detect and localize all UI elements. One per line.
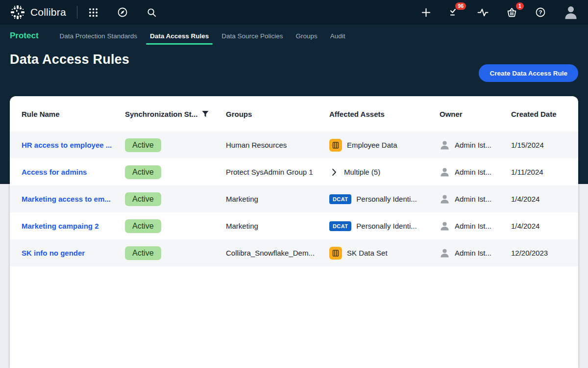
tasks-badge: 96: [455, 2, 466, 10]
groups-cell: Collibra_Snowflake_Dem...: [226, 249, 329, 257]
owner-avatar-icon: [440, 167, 450, 177]
topbar-divider: [77, 6, 77, 19]
owner-name: Admin Ist...: [455, 222, 491, 230]
table-row: SK info no gender Active Collibra_Snowfl…: [10, 239, 578, 266]
tasks-icon[interactable]: 96: [449, 7, 460, 18]
help-icon[interactable]: ?: [535, 7, 546, 18]
owner-cell: Admin Ist...: [440, 167, 511, 177]
affected-assets-cell: DCAT Personally Identi...: [329, 194, 440, 204]
owner-avatar-icon: [440, 194, 450, 204]
col-header-groups: Groups: [226, 110, 329, 118]
affected-assets-cell: Employee Data: [329, 139, 440, 152]
svg-text:?: ?: [539, 9, 542, 15]
owner-cell: Admin Ist...: [440, 140, 511, 150]
tab-data-access-rules[interactable]: Data Access Rules: [144, 25, 215, 47]
owner-name: Admin Ist...: [455, 141, 491, 149]
activity-icon[interactable]: [477, 7, 489, 18]
chevron-right-icon[interactable]: [329, 167, 339, 177]
status-badge: Active: [125, 246, 161, 260]
home-logo[interactable]: Collibra: [10, 4, 66, 20]
owner-name: Admin Ist...: [455, 168, 491, 176]
owner-name: Admin Ist...: [455, 195, 491, 203]
col-header-rule-name: Rule Name: [22, 110, 125, 118]
created-date: 1/11/2024: [511, 168, 578, 176]
section-label: Protect: [10, 31, 39, 41]
affected-assets-cell: SK Data Set: [329, 247, 440, 260]
brand-name: Collibra: [30, 6, 66, 18]
created-date: 12/20/2023: [511, 249, 578, 257]
table-row: Marketing campaing 2 Active Marketing DC…: [10, 212, 578, 239]
dcat-badge: DCAT: [329, 194, 351, 204]
rule-name-link[interactable]: Access for admins: [22, 168, 87, 176]
asset-label: Personally Identi...: [356, 222, 416, 230]
owner-cell: Admin Ist...: [440, 194, 511, 204]
rule-name-link[interactable]: HR access to employee ...: [22, 141, 112, 149]
created-date: 1/15/2024: [511, 141, 578, 149]
owner-name: Admin Ist...: [455, 249, 491, 257]
tabs: Data Protection Standards Data Access Ru…: [53, 25, 352, 47]
compass-icon[interactable]: [117, 7, 128, 18]
groups-cell: Marketing: [226, 222, 329, 230]
collibra-logo-icon: [10, 4, 25, 20]
add-icon[interactable]: [421, 7, 431, 18]
owner-cell: Admin Ist...: [440, 221, 511, 231]
status-badge: Active: [125, 138, 161, 152]
col-header-owner: Owner: [440, 110, 511, 118]
owner-cell: Admin Ist...: [440, 248, 511, 258]
asset-label: Multiple (5): [344, 168, 380, 176]
tab-data-source-policies[interactable]: Data Source Policies: [215, 25, 289, 47]
dcat-badge: DCAT: [329, 221, 351, 231]
create-data-access-rule-button[interactable]: Create Data Access Rule: [479, 64, 578, 82]
affected-assets-cell: DCAT Personally Identi...: [329, 221, 440, 231]
topbar: Collibra: [0, 0, 588, 25]
table-row: Access for admins Active Protect SysAdmi…: [10, 158, 578, 185]
owner-avatar-icon: [440, 221, 450, 231]
col-header-affected-assets: Affected Assets: [329, 110, 440, 118]
groups-cell: Human Resources: [226, 141, 329, 149]
tab-audit[interactable]: Audit: [324, 25, 352, 47]
user-avatar[interactable]: [564, 5, 578, 20]
asset-label: Employee Data: [347, 141, 397, 149]
basket-icon[interactable]: 1: [506, 7, 517, 18]
rule-name-link[interactable]: Marketing campaing 2: [22, 222, 99, 230]
owner-avatar-icon: [440, 140, 450, 150]
rule-name-link[interactable]: SK info no gender: [22, 249, 85, 257]
table-row: HR access to employee ... Active Human R…: [10, 131, 578, 158]
filter-icon[interactable]: [202, 111, 209, 117]
col-header-created-date: Created Date: [511, 110, 578, 118]
tab-data-protection-standards[interactable]: Data Protection Standards: [53, 25, 144, 47]
col-header-sync-status: Synchronization St...: [125, 110, 226, 118]
owner-avatar-icon: [440, 248, 450, 258]
asset-label: Personally Identi...: [356, 195, 416, 203]
status-badge: Active: [125, 192, 161, 206]
rules-table-card: Rule Name Synchronization St... Groups A…: [10, 96, 578, 368]
tab-groups[interactable]: Groups: [290, 25, 324, 47]
search-icon[interactable]: [147, 7, 157, 18]
created-date: 1/4/2024: [511, 195, 578, 203]
groups-cell: Protect SysAdmin Group 1: [226, 168, 329, 176]
basket-badge: 1: [516, 2, 524, 10]
table-asset-icon: [329, 139, 342, 152]
affected-assets-cell: Multiple (5): [329, 167, 440, 177]
status-badge: Active: [125, 165, 161, 179]
asset-label: SK Data Set: [347, 249, 388, 257]
table-row: Marketing access to em... Active Marketi…: [10, 185, 578, 212]
status-badge: Active: [125, 219, 161, 233]
tabstrip: Protect Data Protection Standards Data A…: [0, 25, 588, 47]
apps-grid-icon[interactable]: [88, 7, 98, 18]
table-header-row: Rule Name Synchronization St... Groups A…: [10, 96, 578, 131]
table-asset-icon: [329, 247, 342, 260]
created-date: 1/4/2024: [511, 222, 578, 230]
rule-name-link[interactable]: Marketing access to em...: [22, 195, 111, 203]
groups-cell: Marketing: [226, 195, 329, 203]
